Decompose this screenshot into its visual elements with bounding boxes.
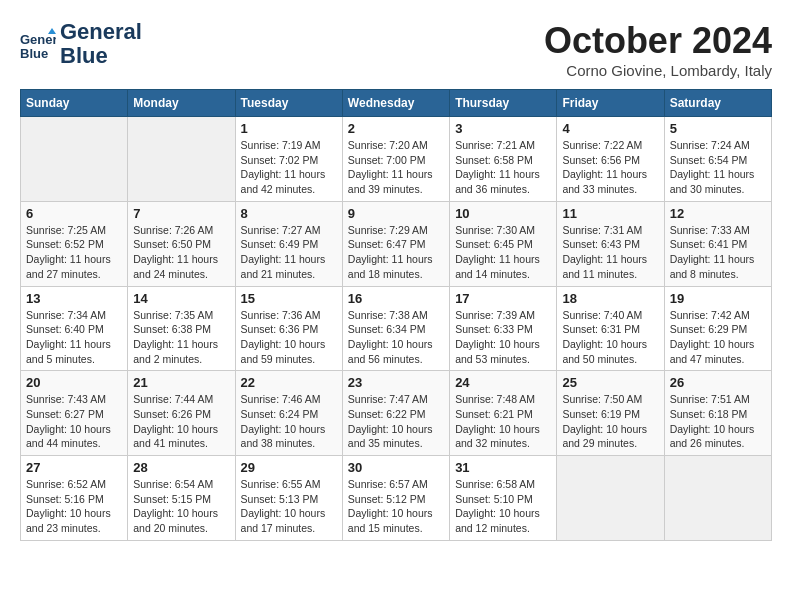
day-number: 13: [26, 291, 122, 306]
day-number: 14: [133, 291, 229, 306]
calendar-cell: 20Sunrise: 7:43 AM Sunset: 6:27 PM Dayli…: [21, 371, 128, 456]
calendar-cell: 11Sunrise: 7:31 AM Sunset: 6:43 PM Dayli…: [557, 201, 664, 286]
calendar-cell: 17Sunrise: 7:39 AM Sunset: 6:33 PM Dayli…: [450, 286, 557, 371]
day-header-saturday: Saturday: [664, 90, 771, 117]
day-info: Sunrise: 7:19 AM Sunset: 7:02 PM Dayligh…: [241, 138, 337, 197]
svg-text:General: General: [20, 32, 56, 47]
day-info: Sunrise: 7:31 AM Sunset: 6:43 PM Dayligh…: [562, 223, 658, 282]
day-number: 22: [241, 375, 337, 390]
calendar-cell: 5Sunrise: 7:24 AM Sunset: 6:54 PM Daylig…: [664, 117, 771, 202]
day-info: Sunrise: 7:48 AM Sunset: 6:21 PM Dayligh…: [455, 392, 551, 451]
week-row-3: 13Sunrise: 7:34 AM Sunset: 6:40 PM Dayli…: [21, 286, 772, 371]
day-info: Sunrise: 7:40 AM Sunset: 6:31 PM Dayligh…: [562, 308, 658, 367]
day-info: Sunrise: 7:42 AM Sunset: 6:29 PM Dayligh…: [670, 308, 766, 367]
logo-line1: General: [60, 20, 142, 44]
day-info: Sunrise: 7:34 AM Sunset: 6:40 PM Dayligh…: [26, 308, 122, 367]
day-number: 10: [455, 206, 551, 221]
calendar-cell: 4Sunrise: 7:22 AM Sunset: 6:56 PM Daylig…: [557, 117, 664, 202]
day-number: 24: [455, 375, 551, 390]
calendar-cell: 25Sunrise: 7:50 AM Sunset: 6:19 PM Dayli…: [557, 371, 664, 456]
day-info: Sunrise: 7:20 AM Sunset: 7:00 PM Dayligh…: [348, 138, 444, 197]
calendar-cell: 15Sunrise: 7:36 AM Sunset: 6:36 PM Dayli…: [235, 286, 342, 371]
day-number: 23: [348, 375, 444, 390]
week-row-4: 20Sunrise: 7:43 AM Sunset: 6:27 PM Dayli…: [21, 371, 772, 456]
day-number: 29: [241, 460, 337, 475]
calendar-cell: 3Sunrise: 7:21 AM Sunset: 6:58 PM Daylig…: [450, 117, 557, 202]
calendar-cell: 27Sunrise: 6:52 AM Sunset: 5:16 PM Dayli…: [21, 456, 128, 541]
day-number: 3: [455, 121, 551, 136]
day-info: Sunrise: 7:26 AM Sunset: 6:50 PM Dayligh…: [133, 223, 229, 282]
day-number: 2: [348, 121, 444, 136]
calendar-cell: 9Sunrise: 7:29 AM Sunset: 6:47 PM Daylig…: [342, 201, 449, 286]
week-row-5: 27Sunrise: 6:52 AM Sunset: 5:16 PM Dayli…: [21, 456, 772, 541]
day-number: 19: [670, 291, 766, 306]
calendar-cell: 31Sunrise: 6:58 AM Sunset: 5:10 PM Dayli…: [450, 456, 557, 541]
day-info: Sunrise: 6:54 AM Sunset: 5:15 PM Dayligh…: [133, 477, 229, 536]
day-info: Sunrise: 7:27 AM Sunset: 6:49 PM Dayligh…: [241, 223, 337, 282]
day-info: Sunrise: 7:24 AM Sunset: 6:54 PM Dayligh…: [670, 138, 766, 197]
day-number: 1: [241, 121, 337, 136]
day-info: Sunrise: 7:47 AM Sunset: 6:22 PM Dayligh…: [348, 392, 444, 451]
month-title: October 2024: [544, 20, 772, 62]
day-number: 11: [562, 206, 658, 221]
calendar-cell: 12Sunrise: 7:33 AM Sunset: 6:41 PM Dayli…: [664, 201, 771, 286]
week-row-2: 6Sunrise: 7:25 AM Sunset: 6:52 PM Daylig…: [21, 201, 772, 286]
calendar-cell: 19Sunrise: 7:42 AM Sunset: 6:29 PM Dayli…: [664, 286, 771, 371]
day-info: Sunrise: 7:29 AM Sunset: 6:47 PM Dayligh…: [348, 223, 444, 282]
day-info: Sunrise: 7:43 AM Sunset: 6:27 PM Dayligh…: [26, 392, 122, 451]
day-number: 7: [133, 206, 229, 221]
calendar-cell: 26Sunrise: 7:51 AM Sunset: 6:18 PM Dayli…: [664, 371, 771, 456]
calendar-cell: 30Sunrise: 6:57 AM Sunset: 5:12 PM Dayli…: [342, 456, 449, 541]
day-info: Sunrise: 6:58 AM Sunset: 5:10 PM Dayligh…: [455, 477, 551, 536]
day-header-monday: Monday: [128, 90, 235, 117]
logo-icon: General Blue: [20, 26, 56, 62]
calendar-cell: 10Sunrise: 7:30 AM Sunset: 6:45 PM Dayli…: [450, 201, 557, 286]
day-info: Sunrise: 7:21 AM Sunset: 6:58 PM Dayligh…: [455, 138, 551, 197]
calendar-cell: 2Sunrise: 7:20 AM Sunset: 7:00 PM Daylig…: [342, 117, 449, 202]
day-info: Sunrise: 7:46 AM Sunset: 6:24 PM Dayligh…: [241, 392, 337, 451]
day-number: 28: [133, 460, 229, 475]
calendar-cell: 28Sunrise: 6:54 AM Sunset: 5:15 PM Dayli…: [128, 456, 235, 541]
calendar-cell: 13Sunrise: 7:34 AM Sunset: 6:40 PM Dayli…: [21, 286, 128, 371]
calendar-cell: 29Sunrise: 6:55 AM Sunset: 5:13 PM Dayli…: [235, 456, 342, 541]
day-info: Sunrise: 6:52 AM Sunset: 5:16 PM Dayligh…: [26, 477, 122, 536]
day-number: 26: [670, 375, 766, 390]
day-info: Sunrise: 7:30 AM Sunset: 6:45 PM Dayligh…: [455, 223, 551, 282]
day-info: Sunrise: 7:22 AM Sunset: 6:56 PM Dayligh…: [562, 138, 658, 197]
day-header-friday: Friday: [557, 90, 664, 117]
day-number: 8: [241, 206, 337, 221]
day-header-sunday: Sunday: [21, 90, 128, 117]
calendar-cell: 22Sunrise: 7:46 AM Sunset: 6:24 PM Dayli…: [235, 371, 342, 456]
day-info: Sunrise: 7:38 AM Sunset: 6:34 PM Dayligh…: [348, 308, 444, 367]
calendar-cell: [128, 117, 235, 202]
week-row-1: 1Sunrise: 7:19 AM Sunset: 7:02 PM Daylig…: [21, 117, 772, 202]
day-info: Sunrise: 7:50 AM Sunset: 6:19 PM Dayligh…: [562, 392, 658, 451]
day-number: 31: [455, 460, 551, 475]
location-title: Corno Giovine, Lombardy, Italy: [544, 62, 772, 79]
day-number: 25: [562, 375, 658, 390]
calendar-cell: 18Sunrise: 7:40 AM Sunset: 6:31 PM Dayli…: [557, 286, 664, 371]
calendar-cell: [664, 456, 771, 541]
svg-text:Blue: Blue: [20, 46, 48, 61]
day-info: Sunrise: 6:55 AM Sunset: 5:13 PM Dayligh…: [241, 477, 337, 536]
title-area: October 2024 Corno Giovine, Lombardy, It…: [544, 20, 772, 79]
day-header-wednesday: Wednesday: [342, 90, 449, 117]
calendar-header-row: SundayMondayTuesdayWednesdayThursdayFrid…: [21, 90, 772, 117]
day-number: 16: [348, 291, 444, 306]
calendar-cell: 23Sunrise: 7:47 AM Sunset: 6:22 PM Dayli…: [342, 371, 449, 456]
logo-line2: Blue: [60, 44, 142, 68]
calendar-table: SundayMondayTuesdayWednesdayThursdayFrid…: [20, 89, 772, 541]
day-number: 18: [562, 291, 658, 306]
calendar-cell: [21, 117, 128, 202]
day-number: 6: [26, 206, 122, 221]
day-number: 17: [455, 291, 551, 306]
day-number: 12: [670, 206, 766, 221]
day-info: Sunrise: 7:51 AM Sunset: 6:18 PM Dayligh…: [670, 392, 766, 451]
day-number: 27: [26, 460, 122, 475]
day-number: 4: [562, 121, 658, 136]
day-info: Sunrise: 7:36 AM Sunset: 6:36 PM Dayligh…: [241, 308, 337, 367]
day-info: Sunrise: 7:33 AM Sunset: 6:41 PM Dayligh…: [670, 223, 766, 282]
day-number: 21: [133, 375, 229, 390]
day-number: 20: [26, 375, 122, 390]
day-info: Sunrise: 7:25 AM Sunset: 6:52 PM Dayligh…: [26, 223, 122, 282]
